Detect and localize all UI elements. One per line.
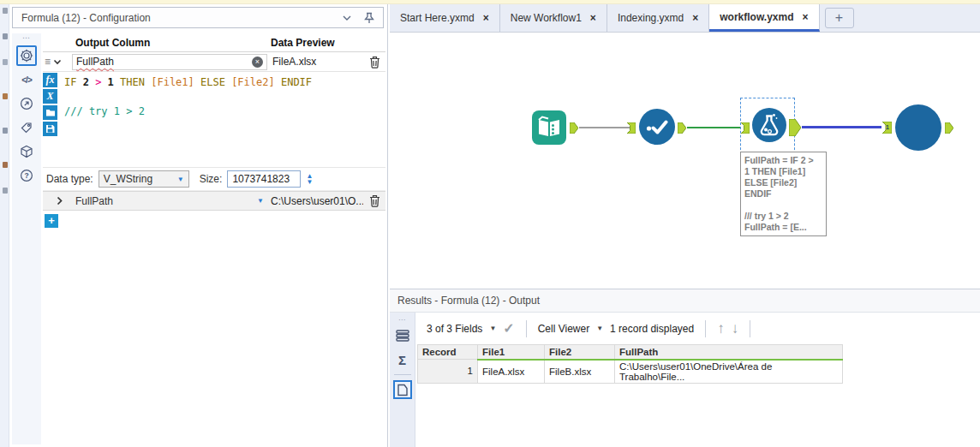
help-button[interactable]: ?	[16, 165, 37, 186]
xml-view-button[interactable]: </>	[16, 69, 37, 90]
results-header-row: Record File1 File2 FullPath	[418, 345, 843, 360]
cell-viewer-dropdown[interactable]: Cell Viewer	[538, 323, 589, 335]
caret-down-icon[interactable]: ▼	[257, 197, 264, 205]
drag-grip-icon[interactable]: ≡	[45, 56, 51, 68]
rows-icon	[396, 330, 409, 342]
collapsed-expression-row[interactable]: FullPath ▼ C:\Users\user01\O...	[43, 191, 385, 211]
input-data-tool[interactable]	[531, 110, 567, 148]
datatype-label: Data type:	[46, 173, 93, 185]
tab-indexing[interactable]: Indexing.yxmd ×	[607, 4, 709, 32]
size-input[interactable]: 1073741823	[227, 170, 301, 188]
caret-down-icon[interactable]: ▼	[596, 325, 603, 332]
formula-line-1: IF 2 > 1 THEN [File1] ELSE [File2] ENDIF	[64, 75, 385, 90]
package-icon	[20, 145, 33, 158]
formula-line-2	[64, 90, 385, 104]
close-tab-icon[interactable]: ×	[483, 12, 489, 24]
column-header-fullpath[interactable]: FullPath	[615, 345, 843, 360]
formula-configuration: Output Column Data Preview ≡ FullPath × …	[43, 33, 385, 231]
save-expression-icon[interactable]	[43, 122, 57, 136]
profile-view-button[interactable]: Σ	[393, 350, 412, 369]
formula-code[interactable]: IF 2 > 1 THEN [File1] ELSE [File2] ENDIF…	[58, 72, 385, 167]
column-header-file2[interactable]: File2	[545, 345, 615, 360]
alteryx-designer-window: Formula (12) - Configuration ⋯ </> ?	[0, 0, 980, 447]
collapse-expression-chevron-icon[interactable]	[53, 59, 62, 65]
table-view-button[interactable]	[393, 326, 412, 345]
input-data-icon	[531, 110, 567, 146]
scroll-down-icon[interactable]: ↓	[732, 320, 739, 337]
connection-wire-blue[interactable]	[802, 126, 881, 128]
data-view-button[interactable]	[393, 380, 412, 399]
file1-cell[interactable]: FileA.xlsx	[478, 360, 545, 384]
delete-expression-button[interactable]	[363, 194, 385, 207]
run-navigate-button[interactable]	[16, 93, 37, 114]
output-column-input[interactable]: FullPath ×	[72, 54, 267, 70]
svg-text:?: ?	[24, 171, 28, 180]
arrow-circle-icon	[20, 97, 33, 110]
toolbar-separator	[705, 320, 706, 337]
tab-start-here[interactable]: Start Here.yxmd ×	[390, 4, 500, 32]
output-anchor[interactable]	[570, 122, 578, 134]
workflow-canvas[interactable]: 1 FullPath = IF 2 > 1 THEN [File1] ELSE …	[390, 33, 980, 289]
formula-tool[interactable]	[751, 107, 787, 146]
close-tab-icon[interactable]: ×	[803, 11, 809, 23]
column-header-record[interactable]: Record	[418, 345, 478, 360]
close-tab-icon[interactable]: ×	[692, 12, 698, 24]
new-tab-button[interactable]: +	[825, 8, 854, 28]
caret-down-icon: ▼	[177, 176, 184, 183]
caret-down-icon[interactable]: ▼	[489, 325, 496, 332]
toolbar-grip-dots: ⋯	[22, 33, 31, 44]
data-preview-header: Data Preview	[267, 37, 363, 49]
apply-check-icon[interactable]: ✓	[503, 320, 514, 337]
collapsed-preview-value: C:\Users\user01\O...	[267, 195, 363, 207]
formula-flask-icon	[751, 107, 787, 143]
configuration-tab-button[interactable]	[16, 45, 37, 66]
file2-cell[interactable]: FileB.xlsx	[545, 360, 615, 384]
size-stepper[interactable]: ▲ ▼	[306, 173, 313, 185]
toolbar-separator	[526, 320, 527, 337]
table-row[interactable]: 1 FileA.xlsx FileB.xlsx C:\Users\user01\…	[418, 360, 843, 384]
collapse-chevron-icon[interactable]	[342, 15, 352, 21]
pin-icon[interactable]	[364, 12, 374, 24]
input-anchor[interactable]	[741, 122, 750, 134]
select-tool[interactable]	[638, 108, 676, 148]
fields-dropdown[interactable]: 3 of 3 Fields	[427, 323, 482, 335]
results-title: Results - Formula (12) - Output	[397, 295, 540, 307]
browse-tool[interactable]	[894, 104, 942, 154]
sigma-icon: Σ	[398, 353, 406, 367]
scroll-up-icon[interactable]: ↑	[717, 320, 725, 337]
annotation-tab-button[interactable]	[16, 117, 37, 138]
open-expression-icon[interactable]	[43, 105, 57, 120]
fullpath-cell[interactable]: C:\Users\user01\OneDrive\Área de Trabalh…	[615, 360, 843, 384]
results-side-toolbar: ⋯ Σ	[390, 313, 415, 447]
add-expression-button[interactable]: +	[45, 214, 58, 228]
output-anchor[interactable]	[678, 122, 686, 134]
panel-divider[interactable]	[387, 4, 388, 447]
tab-new-workflow1[interactable]: New Workflow1 ×	[500, 4, 607, 32]
input-anchor[interactable]	[627, 122, 636, 134]
config-side-toolbar: ⋯ </> ?	[12, 33, 41, 444]
port-number-label: 1	[886, 124, 889, 130]
expression-editor[interactable]: fx X IF 2 > 1 THEN [File1] ELSE [File2] …	[43, 72, 385, 168]
clear-column-icon[interactable]: ×	[252, 57, 263, 68]
plus-icon: +	[835, 10, 843, 26]
function-icon[interactable]: fx	[43, 73, 57, 87]
tab-workflow-active[interactable]: workflow.yxmd ×	[709, 4, 819, 32]
output-anchor[interactable]	[945, 122, 953, 134]
variable-icon[interactable]: X	[43, 89, 57, 104]
package-tab-button[interactable]	[16, 141, 37, 162]
configuration-titlebar: Formula (12) - Configuration	[12, 7, 384, 28]
connection-wire-green[interactable]	[687, 127, 741, 128]
configuration-title: Formula (12) - Configuration	[21, 12, 151, 24]
column-header-file1[interactable]: File1	[478, 345, 545, 360]
expand-expression-chevron-icon[interactable]	[57, 196, 63, 206]
close-tab-icon[interactable]: ×	[590, 12, 596, 24]
add-expression-row: +	[43, 211, 385, 231]
tool-annotation[interactable]: FullPath = IF 2 > 1 THEN [File1] ELSE [F…	[740, 152, 827, 236]
expression-table-header: Output Column Data Preview	[43, 33, 385, 52]
output-anchor-selected[interactable]	[789, 119, 801, 136]
delete-expression-button[interactable]	[363, 56, 385, 69]
datatype-select[interactable]: V_WString ▼	[99, 170, 189, 188]
spin-down-icon[interactable]: ▼	[306, 179, 313, 185]
results-panel: Results - Formula (12) - Output ⋯ Σ	[390, 289, 980, 447]
workspace: Start Here.yxmd × New Workflow1 × Indexi…	[390, 4, 980, 447]
